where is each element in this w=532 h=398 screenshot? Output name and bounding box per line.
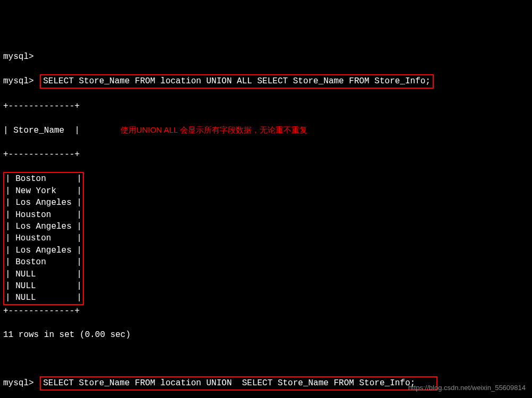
prompt-line-1: mysql> [3,51,532,63]
table-separator: +-------------+ [3,101,80,111]
result-row: | Houston | [5,209,82,221]
sql-query-2-highlight: SELECT Store_Name FROM location UNION SE… [40,376,437,390]
annotation-1: 使用UNION ALL 会显示所有字段数据，无论重不重复 [121,125,307,134]
status-line-1: 11 rows in set (0.00 sec) [3,329,532,341]
watermark: https://blog.csdn.net/weixin_55609814 [408,383,526,393]
result-row: | Los Angeles | [5,245,82,256]
header-label-row-1: | Store_Name | 使用UNION ALL 会显示所有字段数据，无论重… [3,124,532,136]
result-row: | NULL | [5,280,82,292]
result-box-1: | Boston || New York || Los Angeles || H… [3,172,84,305]
column-header-1: | Store_Name | [3,126,80,135]
result-row: | Houston | [5,232,82,244]
header-row-1: +-------------+ [3,100,532,112]
result-row: | Boston | [5,173,82,185]
result-row: | Los Angeles | [5,221,82,232]
sql-query-1-highlight: SELECT Store_Name FROM location UNION AL… [40,74,434,88]
table-separator: +-------------+ [3,305,532,317]
result-row: | Boston | [5,256,82,268]
sql-query-2: SELECT Store_Name FROM location UNION SE… [43,378,415,388]
sql-query-1: SELECT Store_Name FROM location UNION AL… [43,76,431,86]
mysql-prompt: mysql> [3,76,34,86]
result-row: | NULL | [5,269,82,280]
result-row: | New York | [5,185,82,197]
mysql-prompt: mysql> [3,52,34,62]
result-row: | NULL | [5,292,82,304]
query-line-1[interactable]: mysql> SELECT Store_Name FROM location U… [3,74,532,88]
mysql-prompt: mysql> [3,378,34,388]
result-row: | Los Angeles | [5,197,82,209]
table-separator: +-------------+ [3,149,532,160]
